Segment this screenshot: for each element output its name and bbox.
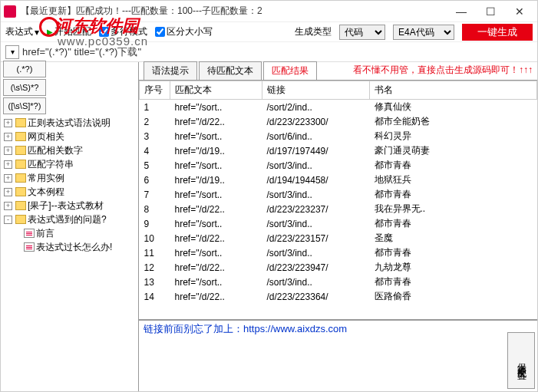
tree-item[interactable]: +匹配字符串: [4, 157, 138, 171]
cell-index: 14: [140, 289, 170, 304]
right-panel: 语法提示 待匹配文本 匹配结果 看不懂不用管，直接点击生成源码即可！↑↑↑ 序号…: [139, 62, 537, 391]
window-title: 【最近更新】匹配成功！---匹配数量：100---子匹配数量：2: [21, 5, 447, 18]
tree-item[interactable]: +[果子]--表达式教材: [4, 199, 138, 212]
table-row[interactable]: 1href="/sort../sort/2/ind..修真仙侠: [140, 100, 537, 115]
cell-title: 都市全能奶爸: [370, 114, 537, 129]
expand-icon[interactable]: +: [4, 133, 12, 141]
expand-icon[interactable]: +: [4, 202, 12, 210]
cell-index: 13: [140, 275, 170, 289]
table-row[interactable]: 4href="/d/19../d/197/197449/豪门通灵萌妻: [140, 143, 537, 158]
tree-label: 匹配字符串: [28, 158, 74, 171]
table-row[interactable]: 5href="/sort../sort/3/ind..都市青春: [140, 158, 537, 173]
expand-icon[interactable]: +: [4, 147, 12, 155]
cell-match: href="/d/19..: [170, 173, 262, 187]
table-row[interactable]: 11href="/sort../sort/3/ind..都市青春: [140, 245, 537, 260]
main-area: +正则表达式语法说明+网页相关+匹配相关数字+匹配字符串+常用实例+文本例程+[…: [1, 62, 537, 391]
bottom-spacer: [139, 338, 507, 391]
start-match-button[interactable]: ▶ 开始匹配: [47, 25, 91, 38]
cell-link: /d/223/223300/: [262, 114, 370, 129]
cell-link: /sort/3/ind..: [262, 245, 370, 260]
tree-item[interactable]: +文本例程: [4, 185, 138, 199]
quick-btn-1[interactable]: (.*?): [3, 61, 46, 77]
cell-index: 9: [140, 216, 170, 231]
cell-match: href="/sort..: [170, 216, 262, 231]
save-config-button[interactable]: 保存本次配置: [507, 332, 535, 389]
cell-index: 5: [140, 158, 170, 173]
tree-item[interactable]: +正则表达式语法说明: [4, 116, 138, 130]
cell-link: /d/194/194458/: [262, 173, 370, 187]
tree-label: 表达式过长怎么办!: [36, 241, 112, 254]
table-row[interactable]: 7href="/sort../sort/3/ind..都市青春: [140, 187, 537, 202]
expression-dropdown[interactable]: 表达式 ▾: [5, 25, 39, 38]
url-hint: 链接前面别忘了加上：https://www.aixdzs.com: [139, 320, 537, 338]
cell-title: 科幻灵异: [370, 129, 537, 143]
table-row[interactable]: 9href="/sort../sort/3/ind..都市青春: [140, 216, 537, 231]
close-button[interactable]: ✕: [505, 2, 534, 21]
tree-child-item[interactable]: 前言: [4, 226, 138, 240]
multiline-checkbox[interactable]: 多行模式: [99, 25, 147, 38]
quick-btn-2[interactable]: (\s\S)*?: [3, 79, 46, 96]
tree-child-item[interactable]: 表达式过长怎么办!: [4, 240, 138, 254]
table-row[interactable]: 3href="/sort../sort/6/ind..科幻灵异: [140, 129, 537, 143]
expand-icon[interactable]: +: [4, 119, 12, 127]
quick-btn-3[interactable]: ([\s\S]*?): [3, 97, 46, 114]
window-controls: — ☐ ✕: [447, 2, 534, 21]
code-type-select[interactable]: E4A代码: [393, 25, 454, 40]
col-link[interactable]: 链接: [262, 81, 370, 100]
expand-icon[interactable]: +: [4, 160, 12, 169]
cell-title: 九劫龙尊: [370, 260, 537, 275]
maximize-button[interactable]: ☐: [476, 2, 505, 21]
table-row[interactable]: 14href="/d/22../d/223/223364/医路偷香: [140, 289, 537, 304]
case-sensitive-checkbox[interactable]: 区分大小写: [155, 25, 213, 38]
cell-index: 1: [140, 100, 170, 115]
table-row[interactable]: 13href="/sort../sort/3/ind..都市青春: [140, 275, 537, 289]
cell-index: 3: [140, 129, 170, 143]
tree-item[interactable]: +网页相关: [4, 130, 138, 143]
tab-pending-text[interactable]: 待匹配文本: [199, 61, 262, 80]
cell-link: /sort/2/ind..: [262, 100, 370, 115]
cell-link: /d/223/223237/: [262, 202, 370, 216]
table-row[interactable]: 8href="/d/22../d/223/223237/我在异界无..: [140, 202, 537, 216]
cell-link: /d/223/223364/: [262, 289, 370, 304]
table-row[interactable]: 12href="/d/22../d/223/223947/九劫龙尊: [140, 260, 537, 275]
tab-syntax-hint[interactable]: 语法提示: [144, 61, 197, 80]
cell-index: 10: [140, 231, 170, 245]
cell-link: /sort/6/ind..: [262, 129, 370, 143]
cell-match: href="/sort..: [170, 129, 262, 143]
tree-item[interactable]: +匹配相关数字: [4, 143, 138, 157]
table-row[interactable]: 10href="/d/22../d/223/223157/圣魔: [140, 231, 537, 245]
start-match-label: 开始匹配: [54, 25, 91, 38]
gen-type-select[interactable]: 代码: [339, 25, 385, 40]
expand-icon[interactable]: +: [4, 188, 12, 196]
cell-index: 8: [140, 202, 170, 216]
regex-dropdown-icon[interactable]: ▾: [5, 45, 19, 59]
expand-icon[interactable]: -: [4, 216, 12, 224]
minimize-button[interactable]: —: [447, 2, 476, 21]
expand-icon[interactable]: +: [4, 174, 12, 183]
folder-icon: [15, 215, 26, 224]
regex-input[interactable]: href="(.*?)" title="(.*?)下载": [22, 45, 141, 59]
col-index[interactable]: 序号: [140, 81, 170, 100]
table-row[interactable]: 2href="/d/22../d/223/223300/都市全能奶爸: [140, 114, 537, 129]
expression-label: 表达式: [5, 25, 33, 38]
cell-match: href="/d/22..: [170, 289, 262, 304]
cell-title: 我在异界无..: [370, 202, 537, 216]
quick-buttons: (.*?) (\s\S)*? ([\s\S]*?): [3, 61, 46, 116]
tree-item[interactable]: +常用实例: [4, 171, 138, 185]
table-row[interactable]: 6href="/d/19../d/194/194458/地狱狂兵: [140, 173, 537, 187]
tree-item[interactable]: -表达式遇到的问题?: [4, 212, 138, 226]
toolbar: 表达式 ▾ ▶ 开始匹配 多行模式 区分大小写 生成类型 代码 E4A代码 一键…: [1, 22, 537, 42]
generate-button[interactable]: 一键生成: [462, 24, 533, 41]
cell-link: /sort/3/ind..: [262, 158, 370, 173]
tree-label: 网页相关: [28, 130, 64, 143]
cell-title: 豪门通灵萌妻: [370, 143, 537, 158]
folder-icon: [15, 160, 26, 169]
result-table-wrap[interactable]: 序号 匹配文本 链接 书名 1href="/sort../sort/2/ind.…: [139, 81, 537, 320]
tab-match-result[interactable]: 匹配结果: [263, 61, 317, 80]
col-name[interactable]: 书名: [370, 81, 537, 100]
case-input[interactable]: [155, 27, 165, 37]
multiline-input[interactable]: [99, 27, 109, 37]
col-match-text[interactable]: 匹配文本: [170, 81, 262, 100]
tree-label: 正则表达式语法说明: [28, 117, 111, 130]
cell-title: 都市青春: [370, 187, 537, 202]
